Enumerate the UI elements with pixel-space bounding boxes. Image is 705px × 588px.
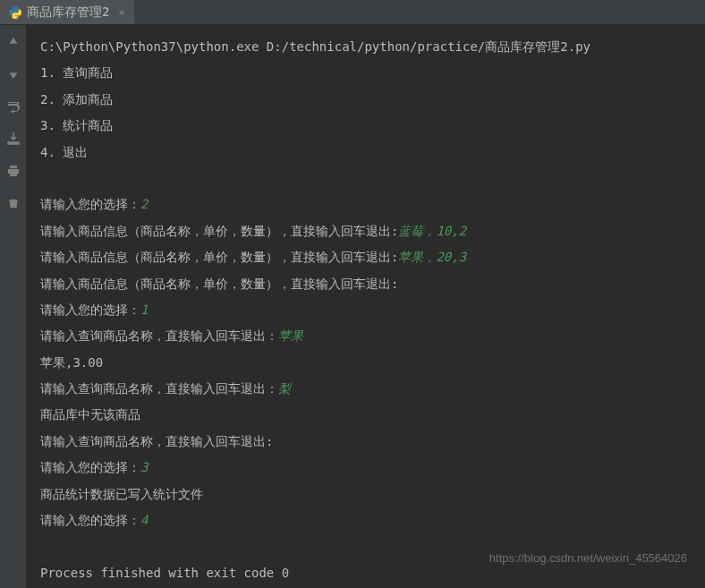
console-line: 请输入查询商品名称，直接输入回车退出：梨 (40, 376, 692, 402)
arrow-down-icon[interactable] (5, 66, 21, 82)
console-line: C:\Python\Python37\python.exe D:/technic… (40, 34, 692, 60)
user-input: 梨 (278, 381, 291, 396)
print-icon[interactable] (5, 163, 21, 179)
tab-title: 商品库存管理2 (27, 4, 109, 21)
console-line: 请输入查询商品名称，直接输入回车退出：苹果 (40, 323, 692, 349)
user-input: 蓝莓，10,2 (398, 224, 466, 238)
console-line: 3. 统计商品 (40, 113, 692, 139)
console-line: 请输入您的选择：3 (40, 455, 692, 481)
console-output: C:\Python\Python37\python.exe D:/technic… (27, 25, 705, 588)
user-input: 苹果 (278, 328, 303, 343)
download-icon[interactable] (5, 131, 21, 147)
console-line: 请输入商品信息（商品名称，单价，数量），直接输入回车退出:苹果，20,3 (40, 244, 692, 270)
trash-icon[interactable] (5, 195, 21, 211)
tab-active[interactable]: 商品库存管理2 × (0, 0, 134, 24)
watermark: https://blog.csdn.net/weixin_45564026 (489, 546, 687, 570)
user-input: 2 (140, 197, 148, 211)
console-line: 1. 查询商品 (40, 60, 692, 86)
console-line: 请输入查询商品名称，直接输入回车退出: (40, 429, 692, 455)
tab-bar: 商品库存管理2 × (0, 0, 705, 25)
main-area: C:\Python\Python37\python.exe D:/technic… (0, 25, 705, 588)
console-line: 请输入商品信息（商品名称，单价，数量），直接输入回车退出:蓝莓，10,2 (40, 218, 692, 244)
svg-rect-0 (8, 142, 19, 144)
console-line: 商品统计数据已写入统计文件 (40, 481, 692, 507)
close-icon[interactable]: × (118, 6, 124, 19)
console-line: 请输入您的选择：4 (40, 507, 692, 533)
console-line: 商品库中无该商品 (40, 402, 692, 428)
python-icon (9, 6, 21, 19)
user-input: 3 (140, 460, 148, 474)
user-input: 4 (140, 513, 148, 527)
svg-rect-1 (10, 166, 17, 168)
svg-rect-3 (10, 173, 17, 176)
console-line (40, 166, 692, 192)
console-line: 请输入商品信息（商品名称，单价，数量），直接输入回车退出: (40, 271, 692, 297)
console-line: 2. 添加商品 (40, 87, 692, 113)
console-line: 请输入您的选择：2 (40, 192, 692, 217)
arrow-up-icon[interactable] (5, 34, 21, 50)
user-input: 1 (140, 303, 148, 317)
console-line: 苹果,3.00 (40, 350, 692, 376)
console-line: 4. 退出 (40, 140, 692, 166)
console-line: 请输入您的选择：1 (40, 297, 692, 323)
user-input: 苹果，20,3 (398, 250, 466, 264)
wrap-icon[interactable] (5, 98, 21, 115)
gutter-toolbar (0, 25, 27, 588)
